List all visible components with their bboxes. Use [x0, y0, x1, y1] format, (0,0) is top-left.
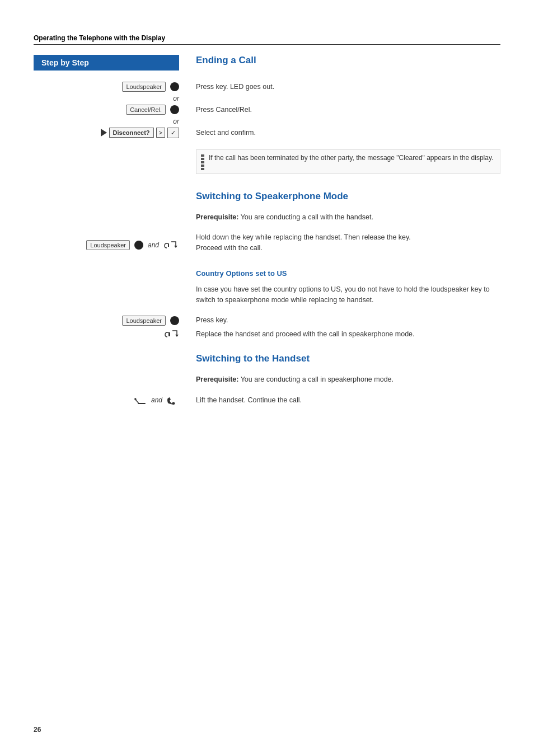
handset-step1-right: Lift the handset. Continue the call. [190, 395, 500, 406]
page-number: 26 [34, 726, 41, 734]
svg-rect-4 [138, 403, 146, 404]
and-text-2: and [151, 396, 162, 404]
cancel-circle-icon [170, 105, 179, 114]
speakerphone-prereq-left [34, 212, 190, 227]
handset-heading-row: Switching to the Handset [34, 353, 500, 370]
handset-prereq-text: Prerequisite: You are conducting a call … [196, 374, 500, 385]
info-stripe [201, 154, 204, 170]
step-or-1: or [34, 95, 190, 102]
loudspeaker-btn-2[interactable]: Loudspeaker [86, 240, 130, 250]
lift-handset-icon [131, 395, 147, 405]
page: Operating the Telephone with the Display… [0, 0, 534, 756]
loudspeaker-btn-1[interactable]: Loudspeaker [122, 82, 166, 92]
info-box-left [34, 144, 190, 180]
step-ending-2-text: Press Cancel/Rel. [196, 105, 252, 115]
speakerphone-left-empty [34, 191, 190, 208]
step-ending-3-text: Select and confirm. [196, 128, 256, 138]
speakerphone-step1-text: Hold down the key while replacing the ha… [196, 232, 500, 253]
arrow-btn[interactable]: > [156, 128, 165, 138]
check-btn[interactable]: ✓ [167, 128, 179, 138]
speakerphone-step3-right: Replace the handset and proceed with the… [190, 329, 500, 340]
country-options-text-row: In case you have set the country options… [34, 284, 500, 310]
step-by-step-header: Step by Step [34, 55, 179, 71]
handset-step1-text: Lift the handset. Continue the call. [196, 395, 302, 406]
page-header-title: Operating the Telephone with the Display [34, 34, 165, 42]
country-options-text-right: In case you have set the country options… [190, 284, 500, 310]
speakerphone-step2: Loudspeaker Press key. [34, 315, 500, 326]
svg-rect-1 [168, 332, 170, 336]
loudspeaker-circle-icon-3 [170, 316, 179, 325]
loudspeaker-circle-icon-2 [134, 241, 143, 250]
speakerphone-step2-text: Press key. [196, 315, 228, 326]
section-heading-speakerphone: Switching to Speakerphone Mode [196, 191, 500, 202]
handset-icon [167, 395, 179, 405]
handset-heading-right: Switching to the Handset [190, 353, 500, 370]
step-ending-1-text: Press key. LED goes out. [196, 82, 274, 92]
handset-heading-left [34, 353, 190, 370]
country-options-left [34, 264, 190, 281]
step-ending-or1: or [34, 95, 500, 102]
step-ending-1: Loudspeaker Press key. LED goes out. [34, 82, 500, 92]
cancel-rel-btn[interactable]: Cancel/Rel. [126, 105, 166, 115]
handset-replace-icon-2 [165, 330, 179, 339]
speakerphone-step3-text: Replace the handset and proceed with the… [196, 329, 415, 340]
speakerphone-prereq-row: Prerequisite: You are conducting a call … [34, 212, 500, 227]
disconnect-btn[interactable]: Disconnect? [109, 128, 154, 138]
step-ending-3-left: Disconnect? > ✓ [34, 128, 190, 138]
step-ending-1-right: Press key. LED goes out. [190, 82, 500, 92]
speakerphone-step3-left [34, 329, 190, 340]
main-layout: Step by Step Ending a Call [34, 55, 500, 82]
step-ending-2: Cancel/Rel. Press Cancel/Rel. [34, 105, 500, 115]
loudspeaker-btn-3[interactable]: Loudspeaker [122, 316, 166, 326]
handset-step1: and Lift the handset. Continue the call. [34, 395, 500, 406]
step-ending-3: Disconnect? > ✓ Select and confirm. [34, 128, 500, 138]
speakerphone-step2-left: Loudspeaker [34, 315, 190, 326]
info-box-right: If the call has been terminated by the o… [190, 144, 500, 180]
speakerphone-prereq-right: Prerequisite: You are conducting a call … [190, 212, 500, 227]
country-options-text: In case you have set the country options… [196, 284, 500, 306]
step-ending-or2: or [34, 118, 500, 125]
section-heading-ending-call: Ending a Call [196, 55, 500, 66]
country-options-text-left [34, 284, 190, 310]
speakerphone-step3: Replace the handset and proceed with the… [34, 329, 500, 340]
and-text-1: and [148, 241, 159, 249]
handset-prereq-right: Prerequisite: You are conducting a call … [190, 374, 500, 389]
svg-marker-3 [134, 398, 137, 401]
step-ending-2-left: Cancel/Rel. [34, 105, 190, 115]
speakerphone-step1-left: Loudspeaker and [34, 232, 190, 258]
speakerphone-step1: Loudspeaker and Hold down the key while … [34, 232, 500, 258]
step-ending-2-right: Press Cancel/Rel. [190, 105, 500, 115]
handset-prereq-left [34, 374, 190, 389]
country-options-right: Country Options set to US [190, 264, 500, 281]
speakerphone-step2-right: Press key. [190, 315, 500, 326]
section-heading-handset: Switching to the Handset [196, 353, 500, 364]
info-box-row: If the call has been terminated by the o… [34, 144, 500, 180]
speakerphone-heading-row: Switching to Speakerphone Mode [34, 191, 500, 208]
loudspeaker-circle-icon [170, 82, 179, 91]
speakerphone-heading-right: Switching to Speakerphone Mode [190, 191, 500, 208]
handset-step1-left: and [34, 395, 190, 406]
speakerphone-step1-right: Hold down the key while replacing the ha… [190, 232, 500, 258]
country-options-row: Country Options set to US [34, 264, 500, 281]
handset-replace-icon [163, 240, 179, 250]
step-ending-3-right: Select and confirm. [190, 128, 500, 138]
play-icon [101, 129, 107, 137]
step-or-2: or [34, 118, 190, 125]
svg-marker-0 [174, 246, 177, 248]
sub-heading-country: Country Options set to US [196, 269, 500, 278]
step-ending-1-left: Loudspeaker [34, 82, 190, 92]
info-box: If the call has been terminated by the o… [196, 149, 500, 174]
info-text: If the call has been terminated by the o… [209, 153, 493, 163]
handset-prereq-row: Prerequisite: You are conducting a call … [34, 374, 500, 389]
speakerphone-prereq-text: Prerequisite: You are conducting a call … [196, 212, 500, 223]
svg-marker-2 [175, 335, 179, 337]
page-header: Operating the Telephone with the Display [34, 34, 500, 45]
